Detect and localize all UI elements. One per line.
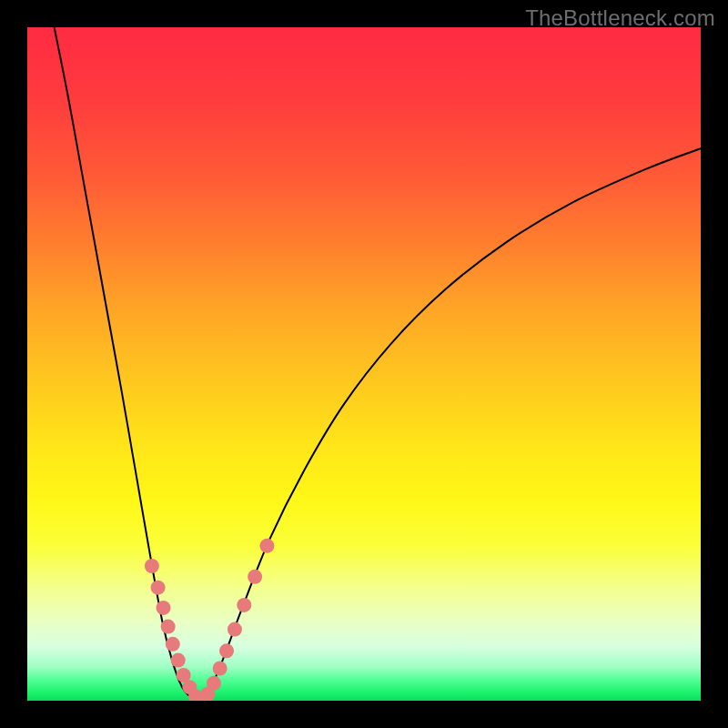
curve-layer (27, 27, 701, 701)
data-point (207, 676, 221, 691)
data-point (145, 559, 159, 573)
data-point (166, 637, 180, 652)
chart-frame: TheBottleneck.com (0, 0, 728, 728)
data-point (151, 581, 166, 595)
bottleneck-curve-right (199, 148, 701, 701)
bottleneck-curve-left (55, 27, 199, 701)
data-points (145, 539, 275, 701)
data-point (259, 539, 274, 553)
plot-area (27, 27, 701, 701)
data-point (248, 570, 262, 584)
data-point (156, 601, 170, 615)
data-point (219, 643, 234, 658)
data-point (161, 620, 176, 634)
data-point (228, 622, 242, 637)
data-point (237, 598, 251, 612)
watermark-text: TheBottleneck.com (525, 5, 715, 31)
data-point (213, 661, 228, 675)
data-point (171, 653, 186, 668)
